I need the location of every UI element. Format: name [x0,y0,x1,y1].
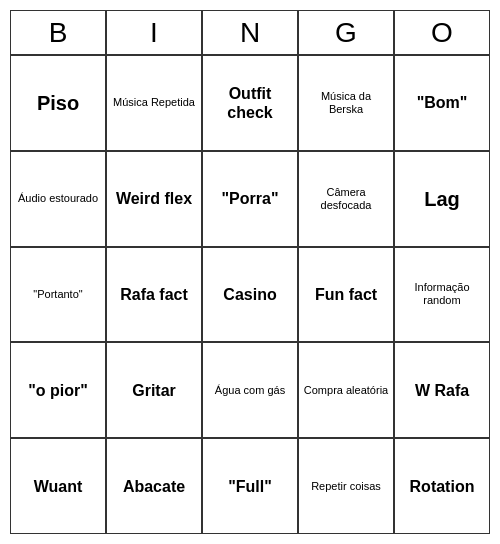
bingo-cell-9: Lag [394,151,490,247]
bingo-cell-22: "Full" [202,438,298,534]
bingo-cell-17: Água com gás [202,342,298,438]
header-letter-b: B [10,10,106,54]
bingo-cell-21: Abacate [106,438,202,534]
bingo-cell-16: Gritar [106,342,202,438]
header-letter-n: N [202,10,298,54]
bingo-card: BINGO PisoMúsica RepetidaOutfit checkMús… [10,10,490,534]
header-letter-o: O [394,10,490,54]
bingo-cell-23: Repetir coisas [298,438,394,534]
bingo-cell-24: Rotation [394,438,490,534]
bingo-cell-8: Câmera desfocada [298,151,394,247]
bingo-cell-7: "Porra" [202,151,298,247]
bingo-cell-0: Piso [10,55,106,151]
bingo-cell-20: Wuant [10,438,106,534]
bingo-cell-12: Casino [202,247,298,343]
bingo-cell-4: "Bom" [394,55,490,151]
bingo-cell-5: Áudio estourado [10,151,106,247]
bingo-cell-13: Fun fact [298,247,394,343]
bingo-cell-11: Rafa fact [106,247,202,343]
bingo-grid: PisoMúsica RepetidaOutfit checkMúsica da… [10,54,490,534]
bingo-cell-3: Música da Berska [298,55,394,151]
bingo-cell-18: Compra aleatória [298,342,394,438]
bingo-cell-14: Informação random [394,247,490,343]
bingo-cell-6: Weird flex [106,151,202,247]
header-letter-i: I [106,10,202,54]
bingo-cell-19: W Rafa [394,342,490,438]
bingo-cell-15: "o pior" [10,342,106,438]
bingo-cell-1: Música Repetida [106,55,202,151]
bingo-header: BINGO [10,10,490,54]
header-letter-g: G [298,10,394,54]
bingo-cell-10: "Portanto" [10,247,106,343]
bingo-cell-2: Outfit check [202,55,298,151]
